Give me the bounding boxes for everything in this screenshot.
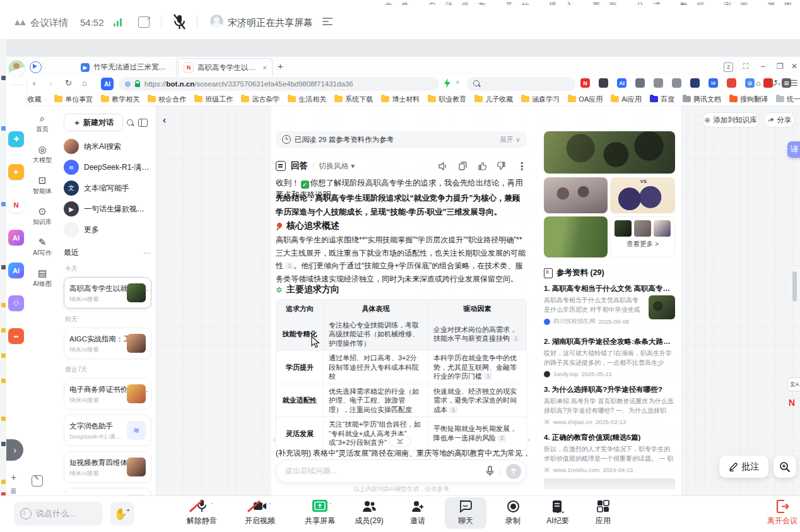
nav-item[interactable]: ▤ AI修图	[33, 268, 51, 288]
raise-hand-button[interactable]: ✋＋	[110, 502, 134, 526]
history-restore-icon[interactable]: ↺▾	[771, 78, 780, 88]
close-button[interactable]: ✕	[791, 62, 797, 71]
browser-tab-inactive[interactable]: ▶ 竹竿无法通过三米宽四米高门 -	[76, 58, 177, 76]
back-button[interactable]: ‹	[163, 114, 166, 125]
chat-history-item[interactable]: AIGC实战指南：工具-...纳米AI搜索	[64, 328, 151, 359]
extension-icon[interactable]	[672, 78, 681, 88]
bookmark-item[interactable]: 儿子收藏	[474, 95, 513, 104]
scrollbar-thumb[interactable]	[792, 271, 797, 302]
share-button[interactable]: 分享	[763, 112, 795, 127]
audio-muted-icon[interactable]	[172, 14, 187, 30]
chat-history-item[interactable]: 文字润色助手DeepSeek-R1-满血版... ≋	[64, 415, 151, 446]
zoom-annotate-button[interactable]	[774, 456, 796, 478]
dock-app-icon[interactable]: AI	[8, 230, 24, 245]
nano-ai-float-icon[interactable]: N	[789, 398, 794, 408]
floating-translate-icon[interactable]: 文A	[787, 377, 800, 391]
reference-item[interactable]: 3. 为什么选择职高?升学途径有哪些? 高职单招 高考升学 首页职教资讯重庆为什…	[544, 385, 675, 425]
result-image-graduates[interactable]	[544, 131, 675, 174]
add-to-knowledge-button[interactable]: ⊕ 添加到知识库	[702, 112, 760, 127]
browser-settings-icon[interactable]: ☼	[755, 78, 762, 88]
meeting-details-button[interactable]: 会议详情	[30, 17, 68, 29]
share-screen-button[interactable]: ⌃ 共享屏幕	[296, 499, 344, 526]
more-actions-icon[interactable]: ⋮	[517, 160, 527, 172]
bookmark-item[interactable]: 腾讯文档	[683, 95, 721, 104]
bookmark-item[interactable]: 统一身份	[776, 95, 800, 104]
reload-icon[interactable]: ↻	[65, 78, 72, 88]
thumbs-up-icon[interactable]	[478, 162, 486, 170]
bookmark-item[interactable]: 教学相关	[101, 95, 139, 104]
style-switch-button[interactable]: 切换风格 ▾	[319, 161, 355, 172]
collapse-panel-icon[interactable]	[138, 119, 148, 127]
bookmark-item[interactable]: 搜狗翻译	[729, 95, 768, 104]
extension-icon[interactable]	[635, 78, 645, 88]
extension-icon[interactable]	[690, 78, 700, 88]
extension-icon[interactable]	[599, 78, 608, 88]
accelerator-chevron[interactable]: ∨	[456, 79, 460, 85]
bookmark-item[interactable]: 远古杂学	[241, 95, 279, 104]
citation-badge[interactable]: 1	[512, 335, 520, 342]
sources-read-banner[interactable]: 已阅读 29 篇参考资料作为参考 展开 ∨	[276, 131, 527, 148]
model-item[interactable]: 文 文本缩写能手	[64, 180, 151, 196]
result-image-campus[interactable]	[544, 216, 608, 257]
citation-badge[interactable]: 1	[285, 263, 293, 269]
feedback-note-icon[interactable]	[32, 475, 43, 487]
citation-badge[interactable]: 1	[484, 373, 492, 380]
dock-add-icon[interactable]: +	[11, 472, 16, 483]
result-image-students[interactable]	[544, 177, 608, 213]
chat-button[interactable]: 聊天	[442, 499, 490, 526]
nav-item[interactable]: ◎ 大模型	[33, 145, 52, 165]
dock-app-icon[interactable]: ••	[8, 328, 24, 344]
dock-app-icon[interactable]: N	[8, 197, 24, 213]
forward-nav-icon[interactable]: ›	[49, 78, 52, 88]
tab-count-badge[interactable]: 2	[724, 62, 733, 72]
voice-input-icon[interactable]	[486, 466, 494, 476]
bookmark-item[interactable]: 职业教育	[428, 95, 466, 104]
extension-icon[interactable]	[727, 78, 736, 88]
reference-item[interactable]: 4. 正确的教育价值观(精选5篇) 所以，在激烈的人才竞争情况下，职专学生的求职…	[544, 433, 675, 473]
bookmark-item[interactable]: 涵森学习	[521, 95, 560, 104]
bookmark-item[interactable]: 校企合作	[148, 95, 186, 104]
recent-more-icon[interactable]: ⋯	[143, 249, 151, 257]
tab-close-icon[interactable]: ×	[262, 64, 267, 71]
ai-assistant-icon[interactable]: AI	[101, 78, 114, 90]
pinned-start-tab[interactable]	[30, 61, 42, 73]
thumbs-down-icon[interactable]	[497, 162, 506, 170]
bookmark-item[interactable]: Ai应用	[611, 95, 642, 104]
extension-icon[interactable]: ✉	[709, 78, 718, 88]
model-item[interactable]: ≋ DeepSeek-R1-满血版（0528...	[64, 160, 151, 175]
minimize-button[interactable]: –	[761, 62, 765, 71]
home-icon[interactable]: ⌂	[82, 78, 87, 88]
bookmark-item[interactable]: 生活相关	[288, 95, 326, 104]
chat-history-item[interactable]: 短视频教育四维体系纳米AI搜索	[64, 451, 151, 483]
sidebar-search-icon[interactable]	[127, 119, 134, 126]
see-more-link[interactable]: 查看更多 >	[615, 240, 671, 249]
citation-badge[interactable]: 1	[449, 406, 457, 413]
chat-history-item[interactable]: 文字识别全攻略DeepSeek-R1-满血版... ≋	[64, 488, 151, 495]
model-item[interactable]: 纳米AI搜索	[64, 139, 151, 154]
dock-app-icon[interactable]: ★	[8, 164, 24, 180]
reference-item[interactable]: 1. 高职高专相当于什么文凭 高职高专是什么学历... 高职高专相当于什么文凭高…	[544, 284, 675, 326]
chat-history-item[interactable]: 电子商务师证书价值全...纳米AI搜索	[64, 378, 151, 410]
nav-item[interactable]: ⌕ 首页	[36, 114, 49, 134]
new-chat-button[interactable]: ＋ 新建对话	[64, 114, 123, 131]
bookmark-item[interactable]: 博士材料	[381, 95, 420, 104]
nav-item[interactable]: ⊡ 智能体	[33, 175, 52, 196]
members-button[interactable]: 成员(29)	[345, 499, 393, 526]
bookmark-item[interactable]: 系统下载	[334, 95, 373, 104]
back-nav-icon[interactable]: ‹	[33, 78, 35, 88]
citation-badge[interactable]: 2	[498, 435, 506, 442]
theme-icon[interactable]: ⛶	[743, 62, 748, 71]
bookmark-item[interactable]: 班级工作	[194, 95, 233, 104]
reference-item[interactable]: 2. 湖南职高升学途径全攻略:条条大路通罗马!� 哎好，这可就大错特错了!在湖南…	[544, 337, 675, 377]
browser-profile-avatar[interactable]	[8, 60, 25, 77]
nav-item[interactable]: ✎ AI写作	[33, 237, 51, 257]
dock-app-icon[interactable]: ⚇	[8, 295, 24, 311]
maximize-button[interactable]: ❐	[777, 62, 784, 71]
table-scroll-left-icon[interactable]: ‹	[273, 435, 276, 443]
collapse-table-button[interactable]	[389, 435, 411, 447]
dock-app-icon[interactable]: AI	[8, 263, 24, 278]
unmute-button[interactable]: ⌃ 解除静音	[178, 499, 226, 526]
followup-input[interactable]: 提出后续问题...	[276, 459, 527, 483]
bookmark-item[interactable]: OA应用	[568, 95, 603, 104]
extension-icon[interactable]: AI	[617, 78, 626, 88]
